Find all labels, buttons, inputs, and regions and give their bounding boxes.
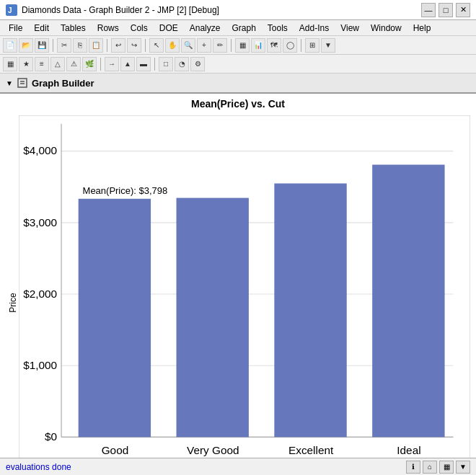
svg-rect-2	[18, 79, 27, 87]
title-bar-left: J Diamonds Data - Graph Builder 2 - JMP …	[6, 4, 219, 16]
bar-very-good[interactable]	[177, 198, 249, 438]
undo-btn[interactable]: ↩	[111, 38, 125, 53]
chart-section: Mean(Price) vs. Cut Mean Price $4,000	[0, 94, 476, 458]
x-label-excellent: Excellent	[288, 444, 334, 456]
zoom-btn[interactable]: 🔍	[181, 38, 195, 53]
close-button[interactable]: ✕	[456, 3, 470, 17]
collapse-arrow[interactable]: ▼	[6, 79, 13, 87]
hand-btn[interactable]: ✋	[165, 38, 180, 53]
sep2	[107, 39, 107, 52]
bar-good[interactable]	[79, 199, 151, 438]
svg-text:$2,000: $2,000	[23, 288, 57, 300]
save-btn[interactable]: 💾	[35, 38, 49, 53]
menu-bar: FileEditTablesRowsColsDOEAnalyzeGraphToo…	[0, 20, 476, 36]
table-icon-btn[interactable]: ▦	[439, 461, 454, 474]
menu-item-tools[interactable]: Tools	[262, 22, 294, 35]
grid-btn2[interactable]: ⊞	[305, 38, 319, 53]
window-controls[interactable]: — □ ✕	[421, 3, 470, 17]
menu-item-tables[interactable]: Tables	[55, 22, 92, 35]
section-icon	[17, 78, 27, 88]
bar-excellent[interactable]	[274, 183, 346, 437]
x-label-ideal: Ideal	[397, 444, 420, 456]
minimize-button[interactable]: —	[421, 3, 436, 17]
tri2-btn[interactable]: ▲	[120, 57, 135, 71]
map-btn[interactable]: 🗺	[267, 38, 281, 53]
toolbar-2: ▦ ★ ≡ △ ⚠ 🌿 → ▲ ▬ □ ◔ ⚙	[0, 55, 476, 74]
leaf-btn[interactable]: 🌿	[82, 57, 97, 71]
menu-item-view[interactable]: View	[335, 22, 365, 35]
open-btn[interactable]: 📂	[19, 38, 33, 53]
bar-ideal[interactable]	[372, 165, 444, 438]
sep5	[301, 39, 301, 52]
grid2-btn[interactable]: ▦	[3, 57, 17, 71]
warn-btn[interactable]: ⚠	[66, 57, 81, 71]
chart-btn[interactable]: 📊	[251, 38, 265, 53]
svg-text:$4,000: $4,000	[23, 144, 57, 156]
tooltip-good: Mean(Price): $3,798	[83, 185, 168, 196]
dropdown-icon-btn[interactable]: ▼	[456, 461, 470, 474]
home-icon-btn[interactable]: ⌂	[423, 461, 437, 474]
sep4	[231, 39, 232, 52]
bars-btn[interactable]: ≡	[35, 57, 49, 71]
menu-item-doe[interactable]: DOE	[154, 22, 184, 35]
redo-btn[interactable]: ↪	[127, 38, 141, 53]
tbl-btn[interactable]: ▦	[235, 38, 250, 53]
title-bar: J Diamonds Data - Graph Builder 2 - JMP …	[0, 0, 476, 20]
window-title: Diamonds Data - Graph Builder 2 - JMP [2…	[22, 5, 219, 15]
pointer-btn[interactable]: ↖	[149, 38, 164, 53]
x-label-very-good: Very Good	[187, 444, 239, 456]
star-btn[interactable]: ★	[19, 57, 33, 71]
svg-text:J: J	[8, 6, 12, 14]
y-axis-label: Price	[6, 115, 19, 458]
tri-btn[interactable]: △	[50, 57, 65, 71]
svg-text:$3,000: $3,000	[23, 216, 57, 228]
down-btn[interactable]: ▼	[321, 38, 335, 53]
maximize-button[interactable]: □	[438, 3, 453, 17]
pen-btn[interactable]: ✏	[213, 38, 227, 53]
status-icons[interactable]: ℹ ⌂ ▦ ▼	[406, 461, 470, 474]
menu-item-file[interactable]: File	[3, 22, 28, 35]
sq-btn[interactable]: □	[159, 57, 173, 71]
menu-item-add-ins[interactable]: Add-Ins	[294, 22, 335, 35]
copy-btn[interactable]: ⎘	[73, 38, 87, 53]
gear-btn[interactable]: ⚙	[190, 57, 205, 71]
status-text: evaluations done	[6, 462, 71, 472]
paste-btn[interactable]: 📋	[89, 38, 103, 53]
section-title: Graph Builder	[32, 78, 94, 89]
status-bar: evaluations done ℹ ⌂ ▦ ▼	[0, 458, 476, 475]
pie-btn[interactable]: ◔	[175, 57, 189, 71]
sep7	[154, 58, 155, 71]
chart-title: Mean(Price) vs. Cut	[6, 98, 470, 110]
svg-text:$1,000: $1,000	[23, 359, 57, 371]
app-icon: J	[6, 4, 17, 16]
sep6	[100, 58, 101, 71]
menu-item-analyze[interactable]: Analyze	[184, 22, 226, 35]
bar2-btn[interactable]: ▬	[136, 57, 151, 71]
menu-item-edit[interactable]: Edit	[28, 22, 55, 35]
menu-item-window[interactable]: Window	[365, 22, 407, 35]
menu-item-cols[interactable]: Cols	[125, 22, 154, 35]
arr-btn[interactable]: →	[105, 57, 119, 71]
menu-item-rows[interactable]: Rows	[92, 22, 125, 35]
plus-btn[interactable]: +	[197, 38, 211, 53]
info-icon-btn[interactable]: ℹ	[406, 461, 420, 474]
circ-btn[interactable]: ◯	[283, 38, 297, 53]
bar-chart: $4,000 $3,000 $2,000 $1,000 $0	[19, 115, 470, 458]
svg-text:$0: $0	[45, 430, 57, 443]
sep3	[145, 39, 146, 52]
new-btn[interactable]: 📄	[3, 38, 17, 53]
sep1	[53, 39, 53, 52]
graph-builder-header: ▼ Graph Builder	[0, 74, 476, 94]
menu-item-graph[interactable]: Graph	[226, 22, 261, 35]
toolbar-1: 📄 📂 💾 ✂ ⎘ 📋 ↩ ↪ ↖ ✋ 🔍 + ✏ ▦ 📊 🗺 ◯ ⊞ ▼	[0, 36, 476, 55]
cut-btn[interactable]: ✂	[57, 38, 71, 53]
x-label-good: Good	[102, 444, 129, 456]
menu-item-help[interactable]: Help	[407, 22, 437, 35]
